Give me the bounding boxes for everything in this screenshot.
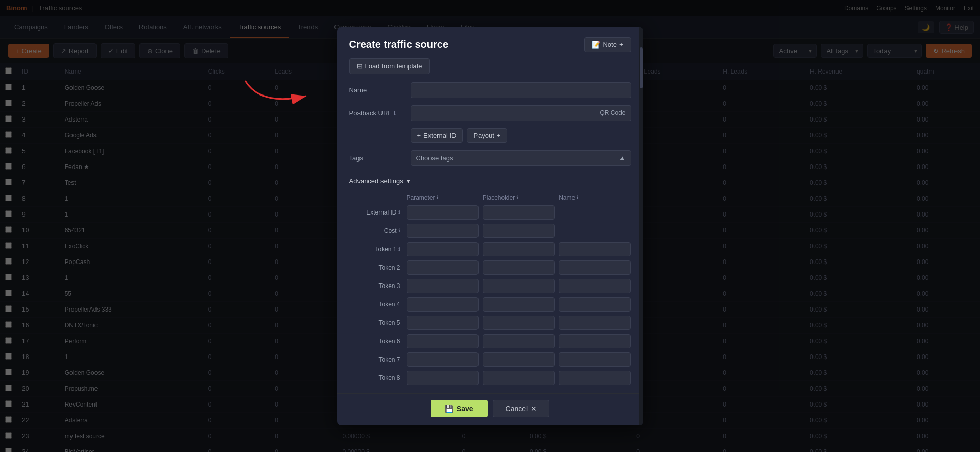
name-col-info-icon: ℹ <box>577 195 579 200</box>
cancel-button[interactable]: Cancel ✕ <box>493 400 550 417</box>
param-name-input-6[interactable] <box>559 316 631 330</box>
tags-select[interactable]: Choose tags ▲ <box>411 150 631 166</box>
payout-plus-icon: + <box>497 132 501 139</box>
param-parameter-input-9[interactable] <box>407 371 479 385</box>
postback-row: Postback URL ℹ QR Code <box>349 105 631 121</box>
advanced-chevron-icon: ▾ <box>407 177 410 185</box>
param-label: Token 5 <box>349 319 402 326</box>
tags-placeholder: Choose tags <box>416 154 453 162</box>
param-label: Token 1 ℹ <box>349 246 402 253</box>
postback-label-text: Postback URL <box>349 109 392 117</box>
note-icon: 📝 <box>592 41 600 49</box>
param-parameter-input-3[interactable] <box>407 260 479 275</box>
param-label: Token 4 <box>349 301 402 308</box>
param-name-input-8[interactable] <box>559 352 631 367</box>
param-info-icon: ℹ <box>398 228 400 233</box>
load-template-row: ⊞ Load from template <box>349 58 631 82</box>
param-name-input-3[interactable] <box>559 260 631 275</box>
advanced-settings-toggle[interactable]: Advanced settings ▾ <box>349 173 631 189</box>
parameter-info-icon: ℹ <box>437 195 439 200</box>
name-row: Name <box>349 82 631 98</box>
param-parameter-input-4[interactable] <box>407 279 479 293</box>
template-icon: ⊞ <box>357 62 363 70</box>
param-label: External ID ℹ <box>349 209 402 216</box>
param-name-input-9[interactable] <box>559 371 631 385</box>
save-icon: 💾 <box>445 405 453 413</box>
postback-label: Postback URL ℹ <box>349 109 411 117</box>
params-rows: External ID ℹ Cost ℹ Token 1 ℹ T <box>349 205 631 385</box>
param-placeholder-input-3[interactable] <box>483 260 555 275</box>
note-plus-icon: + <box>619 41 624 49</box>
param-placeholder-input-9[interactable] <box>483 371 555 385</box>
note-button[interactable]: 📝 Note + <box>584 37 631 52</box>
external-id-label: External ID <box>423 132 456 139</box>
load-from-template-button[interactable]: ⊞ Load from template <box>349 58 430 74</box>
save-label: Save <box>457 405 473 413</box>
placeholder-info-icon: ℹ <box>516 195 518 200</box>
param-placeholder-input-4[interactable] <box>483 279 555 293</box>
param-label: Token 8 <box>349 374 402 382</box>
param-parameter-input-2[interactable] <box>407 242 479 256</box>
modal-title: Create traffic source <box>349 39 449 51</box>
modal-overlay[interactable]: Create traffic source 📝 Note + ⊞ Load fr… <box>0 0 980 452</box>
external-id-plus-icon: + <box>417 132 421 139</box>
param-placeholder-input-5[interactable] <box>483 297 555 312</box>
postback-info-icon: ℹ <box>394 110 396 116</box>
param-row: Token 6 <box>349 334 631 348</box>
modal-body: ⊞ Load from template Name Postback URL ℹ… <box>337 58 643 393</box>
modal-scrollbar-track[interactable] <box>639 27 643 425</box>
param-parameter-input-5[interactable] <box>407 297 479 312</box>
param-row: Token 1 ℹ <box>349 242 631 256</box>
modal-footer: 💾 Save Cancel ✕ <box>337 393 643 425</box>
param-label: Token 7 <box>349 356 402 363</box>
param-row: Token 5 <box>349 316 631 330</box>
tags-row: Tags Choose tags ▲ <box>349 150 631 166</box>
token-buttons-row: + External ID Payout + <box>411 128 631 143</box>
postback-input[interactable] <box>411 105 595 121</box>
param-label: Token 3 <box>349 282 402 290</box>
param-label: Token 6 <box>349 338 402 345</box>
col-header-placeholder: Placeholder ℹ <box>483 194 555 201</box>
param-row: Token 7 <box>349 352 631 367</box>
payout-button[interactable]: Payout + <box>467 128 507 143</box>
param-name-input-2[interactable] <box>559 242 631 256</box>
param-placeholder-input-1[interactable] <box>483 224 555 238</box>
cancel-icon: ✕ <box>531 405 537 413</box>
postback-input-wrap: QR Code <box>411 105 631 121</box>
param-info-icon: ℹ <box>398 209 400 215</box>
params-header: Parameter ℹ Placeholder ℹ Name ℹ <box>349 194 631 201</box>
save-button[interactable]: 💾 Save <box>431 400 488 417</box>
param-placeholder-input-8[interactable] <box>483 352 555 367</box>
cancel-label: Cancel <box>506 405 528 413</box>
note-label: Note <box>603 41 616 49</box>
param-info-icon: ℹ <box>398 246 400 252</box>
load-template-label: Load from template <box>365 62 422 70</box>
param-placeholder-input-6[interactable] <box>483 316 555 330</box>
payout-label: Payout <box>473 132 494 139</box>
col-header-parameter: Parameter ℹ <box>407 194 479 201</box>
param-parameter-input-0[interactable] <box>407 205 479 220</box>
tags-label: Tags <box>349 154 411 162</box>
param-row: Token 8 <box>349 371 631 385</box>
param-row: Token 4 <box>349 297 631 312</box>
tags-chevron-icon: ▲ <box>619 154 626 162</box>
param-placeholder-input-2[interactable] <box>483 242 555 256</box>
param-parameter-input-8[interactable] <box>407 352 479 367</box>
arrow-annotation <box>240 76 322 111</box>
param-parameter-input-1[interactable] <box>407 224 479 238</box>
param-label: Token 2 <box>349 264 402 271</box>
param-label: Cost ℹ <box>349 227 402 234</box>
param-placeholder-input-0[interactable] <box>483 205 555 220</box>
param-placeholder-input-7[interactable] <box>483 334 555 348</box>
param-row: External ID ℹ <box>349 205 631 220</box>
qr-code-button[interactable]: QR Code <box>594 105 631 121</box>
param-parameter-input-7[interactable] <box>407 334 479 348</box>
name-label: Name <box>349 86 411 94</box>
param-name-input-5[interactable] <box>559 297 631 312</box>
external-id-button[interactable]: + External ID <box>411 128 463 143</box>
param-name-input-4[interactable] <box>559 279 631 293</box>
name-input[interactable] <box>411 82 631 98</box>
param-parameter-input-6[interactable] <box>407 316 479 330</box>
param-name-input-7[interactable] <box>559 334 631 348</box>
modal-scrollbar-thumb[interactable] <box>640 47 643 88</box>
